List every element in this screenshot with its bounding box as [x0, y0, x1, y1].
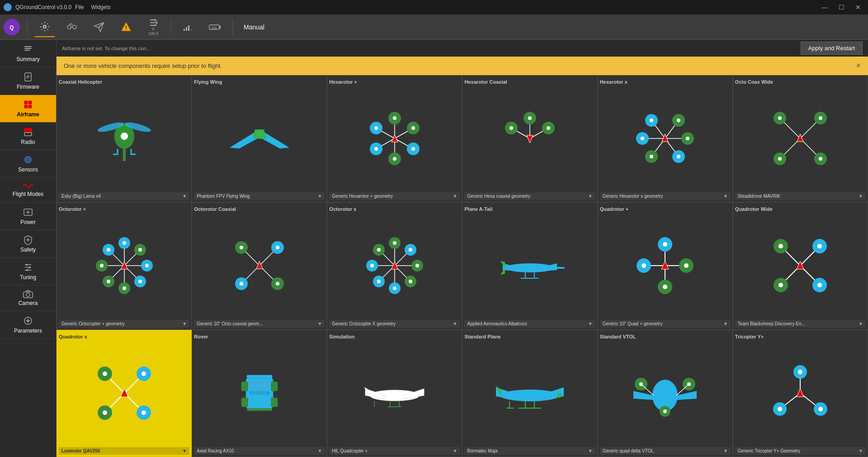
- sidebar-tuning-label: Tuning: [20, 274, 36, 281]
- cell-dropdown-standard-plane[interactable]: ▼: [588, 448, 593, 453]
- svg-rect-22: [24, 133, 32, 136]
- svg-point-3: [67, 25, 71, 29]
- cell-dropdown-octorotor-coaxial[interactable]: ▼: [317, 321, 322, 326]
- airframe-cell-quadrotor-x[interactable]: Quadrotor x: [57, 330, 192, 457]
- airframe-cell-quadrotor-wide[interactable]: Quadrotor Wide: [733, 202, 868, 329]
- minimize-button[interactable]: —: [818, 3, 831, 12]
- cell-dropdown-standard-vtol[interactable]: ▼: [723, 448, 728, 453]
- cell-label-octorotor-x: Generic Octocopter X geometry: [332, 321, 451, 326]
- airframe-cell-tricopter-y[interactable]: Tricopter Y+: [733, 330, 868, 457]
- cell-dropdown-octorotor-plus[interactable]: ▼: [182, 321, 187, 326]
- airframe-cell-octorotor-x[interactable]: Octorotor x: [327, 202, 462, 329]
- svg-point-32: [26, 293, 30, 297]
- menu-widgets[interactable]: Widgets: [91, 4, 110, 10]
- sidebar-item-parameters[interactable]: Parameters: [0, 311, 56, 339]
- svg-point-242: [663, 409, 667, 413]
- svg-marker-59: [392, 135, 398, 142]
- cell-label-row-coaxial: Esky (Big) Lama v4 ▼: [59, 192, 189, 200]
- svg-rect-221: [247, 408, 272, 411]
- svg-point-180: [684, 263, 689, 268]
- cell-dropdown-simulation[interactable]: ▼: [453, 448, 458, 453]
- sidebar-item-flight-modes[interactable]: Flight Modes: [0, 178, 56, 203]
- svg-rect-9: [190, 29, 192, 31]
- cell-category-standard-vtol: Standard VTOL: [600, 334, 731, 339]
- cell-dropdown-quadrotor-x[interactable]: ▼: [182, 448, 187, 453]
- settings-button[interactable]: [35, 17, 55, 37]
- cell-label-row-octorotor-plus: Generic Octocopter + geometry ▼: [59, 320, 189, 328]
- svg-rect-37: [123, 148, 126, 161]
- cell-category-hex-coaxial: Hexarotor Coaxial: [464, 79, 595, 85]
- airframe-cell-flying-wing[interactable]: Flying Wing Phantom FPV Flying Wing ▼: [192, 75, 327, 202]
- svg-point-86: [641, 137, 644, 140]
- sidebar-item-airframe[interactable]: Airframe: [0, 95, 56, 123]
- cell-label-row-octorotor-coaxial: Generic 10" Octo coaxial geom... ▼: [194, 320, 325, 328]
- fly-button[interactable]: [89, 17, 109, 37]
- apply-restart-button[interactable]: Apply and Restart: [801, 42, 863, 55]
- airframe-cell-hexarotor-coaxial[interactable]: Hexarotor Coaxial: [462, 75, 597, 202]
- sidebar-item-sensors[interactable]: Sensors: [0, 150, 56, 178]
- cell-dropdown-plane-atail[interactable]: ▼: [588, 321, 593, 326]
- quadrotor-wide-image: [735, 214, 866, 318]
- svg-rect-17: [24, 101, 28, 104]
- svg-point-87: [686, 137, 689, 140]
- cell-dropdown-hex-plus[interactable]: ▼: [453, 194, 458, 199]
- svg-point-30: [26, 269, 28, 271]
- airframe-cell-quadrotor-plus[interactable]: Quadrotor +: [598, 202, 733, 329]
- main-layout: Summary Firmware Airframe: [0, 40, 868, 457]
- airframe-cell-rover[interactable]: Rover: [192, 330, 327, 457]
- cell-category-plane-atail: Plane A-Tail: [464, 206, 595, 212]
- cell-dropdown-flying-wing[interactable]: ▼: [317, 194, 322, 199]
- cell-dropdown-rover[interactable]: ▼: [317, 448, 322, 453]
- airframe-cell-octorotor-coaxial[interactable]: Octorotor Coaxial: [192, 202, 327, 329]
- airframe-cell-standard-plane[interactable]: Standard Plane: [462, 330, 597, 457]
- vehicle-link-button[interactable]: [62, 17, 82, 37]
- svg-point-228: [557, 393, 561, 398]
- app-logo[interactable]: Q: [4, 19, 20, 35]
- cell-dropdown-hex-coaxial[interactable]: ▼: [588, 194, 593, 199]
- airframe-cell-coaxial-heli[interactable]: Coaxial Helicopter: [57, 75, 192, 202]
- maximize-button[interactable]: ☐: [835, 3, 848, 12]
- sidebar-item-power[interactable]: Power: [0, 203, 56, 230]
- airframe-cell-plane-atail[interactable]: Plane A-Tail: [462, 202, 597, 329]
- sidebar-item-tuning[interactable]: Tuning: [0, 258, 56, 286]
- cell-dropdown-tricopter-y[interactable]: ▼: [859, 448, 863, 453]
- svg-point-160: [377, 248, 381, 252]
- sidebar-item-radio[interactable]: Radio: [0, 123, 56, 150]
- warning-button[interactable]: !: [116, 17, 136, 37]
- airframe-cell-simulation[interactable]: Simulation: [327, 330, 462, 457]
- sidebar-item-firmware[interactable]: Firmware: [0, 67, 56, 95]
- svg-point-203: [103, 371, 107, 376]
- antenna-button[interactable]: [178, 17, 198, 37]
- svg-point-66: [528, 116, 532, 120]
- sidebar-item-safety[interactable]: Safety: [0, 230, 56, 258]
- airframe-cell-octo-coax-wide[interactable]: Octo Coax Wide: [733, 75, 868, 202]
- battery-button[interactable]: N/A: [205, 17, 225, 37]
- cell-category-standard-plane: Standard Plane: [464, 334, 595, 339]
- tools-button[interactable]: 0 100.0: [143, 17, 163, 37]
- sidebar-airframe-label: Airframe: [17, 111, 39, 118]
- sidebar-item-camera[interactable]: Camera: [0, 286, 56, 311]
- cell-dropdown-quadrotor-wide[interactable]: ▼: [859, 321, 863, 326]
- svg-text:N/A: N/A: [212, 26, 217, 29]
- banner-message: One or more vehicle components require s…: [64, 62, 222, 69]
- sidebar-item-summary[interactable]: Summary: [0, 40, 56, 67]
- close-button[interactable]: ✕: [852, 3, 864, 12]
- cell-dropdown-hex-x[interactable]: ▼: [723, 194, 728, 199]
- cell-dropdown-octorotor-x[interactable]: ▼: [453, 321, 458, 326]
- airframe-cell-octorotor-plus[interactable]: Octorotor +: [57, 202, 192, 329]
- airframe-cell-hexarotor-plus[interactable]: Hexarotor +: [327, 75, 462, 202]
- menu-file[interactable]: File: [75, 4, 84, 10]
- cell-category-octorotor-plus: Octorotor +: [59, 206, 189, 212]
- cell-label-row-standard-plane: Bormatec Maja ▼: [464, 447, 595, 455]
- svg-point-67: [509, 126, 513, 130]
- airframe-cell-hexarotor-x[interactable]: Hexarotor x: [598, 75, 733, 202]
- cell-category-hex-x: Hexarotor x: [600, 79, 731, 85]
- banner-close-button[interactable]: ×: [856, 61, 861, 71]
- cell-dropdown-coaxial[interactable]: ▼: [182, 194, 187, 199]
- sidebar-firmware-label: Firmware: [17, 84, 39, 90]
- cell-dropdown-octo-coax-wide[interactable]: ▼: [859, 194, 863, 199]
- airframe-cell-standard-vtol[interactable]: Standard VTOL: [598, 330, 733, 457]
- hexarotor-x-image: [600, 86, 731, 190]
- cell-dropdown-quadrotor-plus[interactable]: ▼: [723, 321, 728, 326]
- sidebar-parameters-label: Parameters: [14, 328, 42, 334]
